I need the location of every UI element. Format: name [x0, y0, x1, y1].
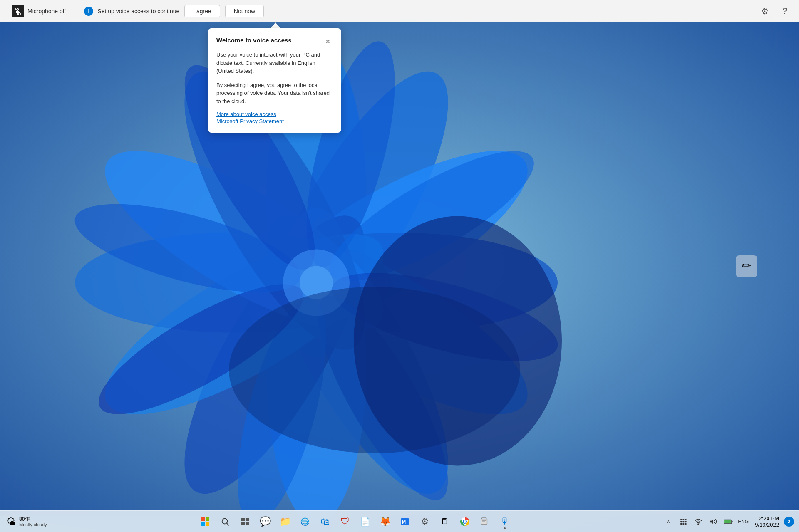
tray-network-icon[interactable] — [677, 515, 690, 528]
weather-icon: 🌤 — [7, 516, 16, 527]
privacy-statement-link[interactable]: Microsoft Privacy Statement — [216, 118, 333, 124]
weather-description: Mostly cloudy — [19, 522, 47, 527]
svg-rect-54 — [685, 523, 687, 525]
malwarebytes-button[interactable]: 🛡 — [336, 512, 354, 531]
svg-rect-34 — [246, 518, 249, 520]
miro-button[interactable]: M — [396, 512, 414, 531]
help-icon-button[interactable]: ? — [777, 4, 792, 19]
taskbar: 🌤 80°F Mostly cloudy — [0, 510, 799, 532]
svg-rect-36 — [246, 522, 249, 524]
svg-point-24 — [354, 216, 562, 466]
tray-battery-icon[interactable] — [722, 515, 735, 528]
clock-time: 2:24 PM — [759, 515, 779, 522]
svg-rect-48 — [685, 519, 687, 520]
floating-action-button[interactable]: ✏ — [736, 255, 757, 277]
voice-access-taskbar-button[interactable]: 🎙 — [496, 512, 514, 531]
welcome-popup: Welcome to voice access ✕ Use your voice… — [208, 28, 341, 133]
edge-button[interactable] — [296, 512, 314, 531]
microphone-button[interactable]: Microphone off — [7, 2, 71, 20]
svg-point-55 — [698, 523, 699, 524]
tray-language-icon[interactable]: ENG — [737, 515, 750, 528]
svg-rect-33 — [241, 518, 245, 520]
firefox-button[interactable]: 🦊 — [376, 512, 394, 531]
svg-rect-59 — [724, 520, 731, 523]
tray-volume-icon[interactable] — [707, 515, 720, 528]
popup-links: More about voice access Microsoft Privac… — [216, 111, 333, 124]
chrome-button[interactable] — [456, 512, 474, 531]
store-button[interactable]: 🛍 — [316, 512, 334, 531]
pen-icon: ✏ — [742, 260, 751, 272]
svg-rect-28 — [206, 517, 209, 521]
svg-line-32 — [227, 523, 229, 525]
microphone-off-icon — [12, 5, 24, 17]
svg-rect-50 — [683, 521, 685, 522]
popup-header: Welcome to voice access ✕ — [216, 37, 333, 47]
agree-button[interactable]: I agree — [184, 5, 220, 17]
system-tray: ∧ — [657, 515, 799, 528]
info-icon: i — [84, 7, 93, 16]
popup-close-button[interactable]: ✕ — [323, 37, 333, 47]
svg-rect-58 — [732, 520, 732, 522]
file-explorer-button[interactable]: 📁 — [276, 512, 294, 531]
setup-section: i Set up voice access to continue — [84, 7, 179, 16]
weather-text: 80°F Mostly cloudy — [19, 516, 47, 527]
svg-marker-56 — [710, 519, 713, 524]
settings-icon-button[interactable]: ⚙ — [757, 4, 772, 19]
svg-rect-49 — [680, 521, 682, 522]
clock-date: 9/19/2022 — [755, 522, 779, 528]
popup-title: Welcome to voice access — [216, 37, 292, 44]
clock-widget[interactable]: 2:24 PM 9/19/2022 — [752, 515, 782, 528]
weather-temperature: 80°F — [19, 516, 47, 522]
settings-button[interactable]: ⚙ — [416, 512, 434, 531]
setup-text: Set up voice access to continue — [97, 8, 179, 15]
svg-point-31 — [222, 518, 228, 524]
svg-rect-52 — [680, 523, 682, 525]
notification-button[interactable]: 2 — [784, 517, 794, 527]
mic-status-label: Microphone off — [27, 8, 66, 15]
teams-chat-button[interactable]: 💬 — [256, 512, 274, 531]
svg-rect-46 — [680, 519, 682, 520]
start-button[interactable] — [196, 512, 214, 531]
svg-rect-27 — [201, 517, 205, 521]
svg-rect-51 — [685, 521, 687, 522]
svg-rect-47 — [683, 519, 685, 520]
not-now-button[interactable]: Not now — [225, 5, 264, 17]
snipping-tool-button[interactable] — [476, 512, 494, 531]
svg-point-41 — [464, 520, 466, 523]
taskbar-icons: 💬 📁 🛍 🛡 📄 🦊 M — [54, 512, 657, 531]
popup-consent-text: By selecting I agree, you agree to the l… — [216, 81, 333, 106]
search-button[interactable] — [216, 512, 234, 531]
tray-chevron[interactable]: ∧ — [662, 515, 675, 528]
more-about-link[interactable]: More about voice access — [216, 111, 333, 117]
desktop-wallpaper — [0, 0, 799, 532]
tray-wifi-icon[interactable] — [692, 515, 705, 528]
svg-text:M: M — [402, 520, 406, 525]
voice-access-bar: Microphone off i Set up voice access to … — [0, 0, 799, 22]
task-view-button[interactable] — [236, 512, 254, 531]
svg-rect-53 — [683, 523, 685, 525]
weather-widget[interactable]: 🌤 80°F Mostly cloudy — [0, 516, 54, 527]
desktop: Microphone off i Set up voice access to … — [0, 0, 799, 532]
svg-rect-30 — [206, 522, 209, 526]
files-app-button[interactable]: 🗒 — [436, 512, 454, 531]
popup-description: Use your voice to interact with your PC … — [216, 51, 333, 75]
popup-arrow — [270, 22, 280, 28]
acrobat-button[interactable]: 📄 — [356, 512, 374, 531]
svg-rect-35 — [241, 522, 245, 524]
svg-rect-29 — [201, 522, 205, 526]
